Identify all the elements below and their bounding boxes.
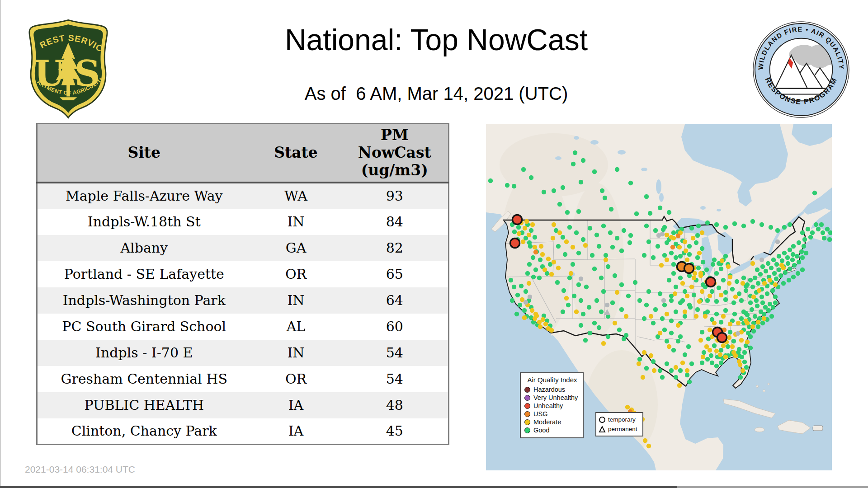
aqi-dot bbox=[644, 194, 649, 199]
aqi-dot bbox=[678, 300, 683, 305]
value-cell: 82 bbox=[341, 235, 449, 261]
aqi-dot bbox=[726, 344, 730, 349]
aqi-dot bbox=[556, 244, 561, 249]
site-cell: Albany bbox=[37, 235, 251, 261]
aqi-dot bbox=[744, 288, 748, 293]
aqi-dot bbox=[538, 324, 542, 329]
aqi-dot bbox=[651, 255, 656, 260]
aqi-dot bbox=[674, 365, 678, 370]
aqi-dot bbox=[569, 271, 573, 276]
aqi-dot bbox=[588, 226, 592, 230]
aqi-dot bbox=[671, 262, 676, 267]
aqi-dot bbox=[800, 230, 805, 235]
aqi-dot bbox=[778, 273, 783, 278]
aqi-dot bbox=[700, 330, 704, 334]
aqi-dot bbox=[694, 240, 698, 245]
aqi-dot bbox=[524, 300, 528, 305]
aqi-dot bbox=[781, 266, 786, 270]
aqi-dot bbox=[541, 317, 545, 322]
aqi-dot bbox=[512, 184, 516, 188]
aqi-dot bbox=[806, 227, 810, 231]
aqi-dot bbox=[696, 224, 701, 228]
aqi-dot bbox=[579, 277, 583, 281]
aqi-dot bbox=[527, 233, 531, 237]
aqi-dot bbox=[763, 305, 768, 310]
aqi-dot bbox=[683, 310, 687, 314]
aqi-dot bbox=[732, 221, 737, 226]
aqi-dot bbox=[642, 253, 646, 258]
aqi-dot bbox=[775, 228, 780, 233]
aqi-dot bbox=[804, 251, 808, 255]
aqi-dot bbox=[695, 255, 700, 260]
aqi-dot bbox=[685, 368, 689, 373]
aqi-dot bbox=[597, 325, 601, 330]
aqi-dot bbox=[769, 314, 774, 319]
aqi-dot bbox=[633, 280, 637, 285]
aqi-dot bbox=[742, 360, 747, 364]
aqi-dot bbox=[745, 321, 750, 325]
aqi-legend-label: Good bbox=[533, 427, 549, 434]
legend-label: permanent bbox=[608, 426, 637, 432]
aqi-dot bbox=[785, 255, 790, 260]
aqi-dot bbox=[627, 240, 632, 245]
aqi-dot bbox=[642, 316, 646, 321]
state-cell: OR bbox=[251, 366, 341, 392]
aqi-dot bbox=[592, 169, 597, 174]
aqi-map: Air Quality Index HazardousVery Unhealth… bbox=[486, 124, 832, 470]
aqi-dot bbox=[542, 267, 547, 272]
aqi-dot bbox=[628, 181, 633, 185]
usfs-logo: FOREST SERVICE U S DEPARTMENT OF AGRICUL… bbox=[25, 17, 112, 120]
aqi-dot bbox=[683, 239, 687, 244]
aqi-dot bbox=[531, 275, 536, 279]
aqi-dot bbox=[667, 210, 671, 215]
aqi-dot bbox=[760, 300, 765, 305]
aqi-dot bbox=[674, 285, 678, 289]
aqi-dot bbox=[488, 178, 493, 183]
window-bottom-edge bbox=[0, 486, 868, 488]
aqi-dot bbox=[637, 357, 642, 361]
aqi-dot bbox=[676, 234, 680, 238]
aqi-legend-title: Air Quality Index bbox=[524, 376, 580, 384]
table-row: PUBLIC HEALTHIA48 bbox=[37, 392, 449, 418]
aqi-dot bbox=[678, 254, 683, 258]
aqi-dot bbox=[701, 355, 705, 359]
aqi-dot bbox=[661, 298, 666, 303]
aqi-dot bbox=[711, 262, 715, 267]
legend-label: temporary bbox=[608, 416, 636, 423]
value-cell: 93 bbox=[341, 183, 449, 209]
state-cell: OR bbox=[251, 261, 341, 287]
aqi-dot bbox=[748, 300, 753, 305]
aqi-legend-item: Unhealthy bbox=[524, 402, 580, 410]
aqi-dot bbox=[539, 244, 543, 249]
aqi-legend-item: Moderate bbox=[524, 418, 580, 426]
aqi-dot bbox=[529, 175, 533, 180]
aqi-dot bbox=[731, 300, 736, 305]
aqi-dot bbox=[741, 281, 745, 286]
aqi-dot bbox=[622, 228, 626, 233]
aqi-dot bbox=[604, 253, 608, 258]
aqi-dot bbox=[762, 316, 766, 321]
aqi-dot bbox=[687, 273, 692, 278]
aqi-dot bbox=[760, 295, 764, 299]
aqi-dot bbox=[619, 282, 624, 287]
aqi-dot bbox=[564, 296, 569, 300]
aqi-dot bbox=[565, 210, 570, 215]
aqi-dot bbox=[646, 289, 651, 294]
aqi-dot bbox=[788, 222, 792, 227]
aqi-dot bbox=[670, 245, 675, 249]
aqi-dot bbox=[723, 225, 728, 230]
aqi-swatch-icon bbox=[524, 387, 530, 393]
aqi-dot bbox=[791, 244, 796, 249]
aqi-dot bbox=[669, 319, 674, 323]
aqi-dot bbox=[624, 314, 628, 319]
aqi-dot bbox=[644, 224, 649, 228]
aqi-dot bbox=[529, 228, 533, 233]
aqi-dot bbox=[741, 368, 745, 373]
aqi-dot bbox=[660, 375, 665, 380]
aqi-dot bbox=[610, 300, 615, 305]
window-left-edge bbox=[0, 0, 1, 488]
aqi-dot bbox=[705, 310, 710, 314]
aqi-dot bbox=[653, 228, 658, 233]
aqi-dot bbox=[597, 244, 601, 249]
aqi-dot bbox=[760, 264, 765, 269]
